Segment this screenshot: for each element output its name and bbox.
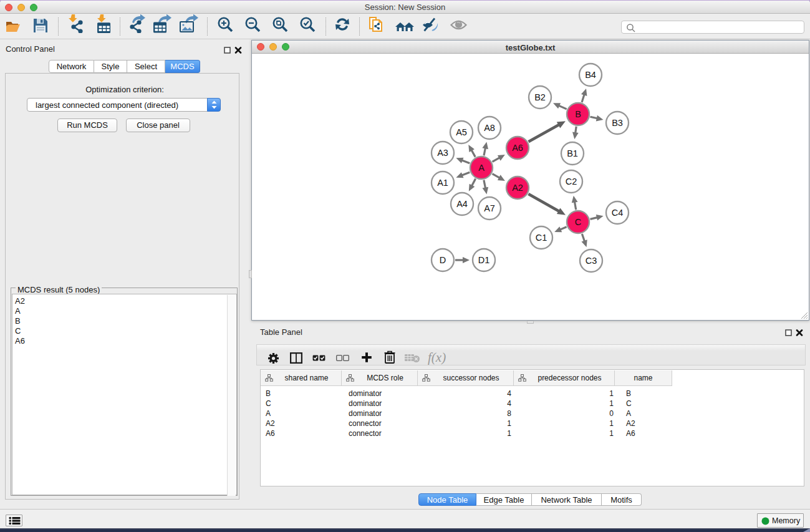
svg-text:B1: B1 xyxy=(567,148,578,158)
svg-text:B3: B3 xyxy=(612,118,623,128)
svg-text:C2: C2 xyxy=(566,177,577,186)
svg-text:A4: A4 xyxy=(456,199,468,209)
svg-text:A: A xyxy=(478,163,485,173)
svg-text:A1: A1 xyxy=(437,178,448,188)
svg-text:A7: A7 xyxy=(484,203,495,213)
svg-text:C3: C3 xyxy=(586,256,597,266)
svg-text:D1: D1 xyxy=(478,255,490,265)
svg-text:B4: B4 xyxy=(585,70,596,80)
svg-text:A3: A3 xyxy=(437,148,448,158)
svg-text:A8: A8 xyxy=(484,123,495,133)
svg-text:C: C xyxy=(575,217,581,227)
svg-text:C4: C4 xyxy=(612,208,624,218)
svg-text:B2: B2 xyxy=(534,92,546,102)
svg-text:C1: C1 xyxy=(536,233,547,243)
svg-text:A5: A5 xyxy=(456,127,467,137)
svg-text:B: B xyxy=(575,109,581,119)
svg-text:A6: A6 xyxy=(512,143,523,153)
svg-text:D: D xyxy=(440,255,446,265)
svg-text:A2: A2 xyxy=(512,183,523,193)
